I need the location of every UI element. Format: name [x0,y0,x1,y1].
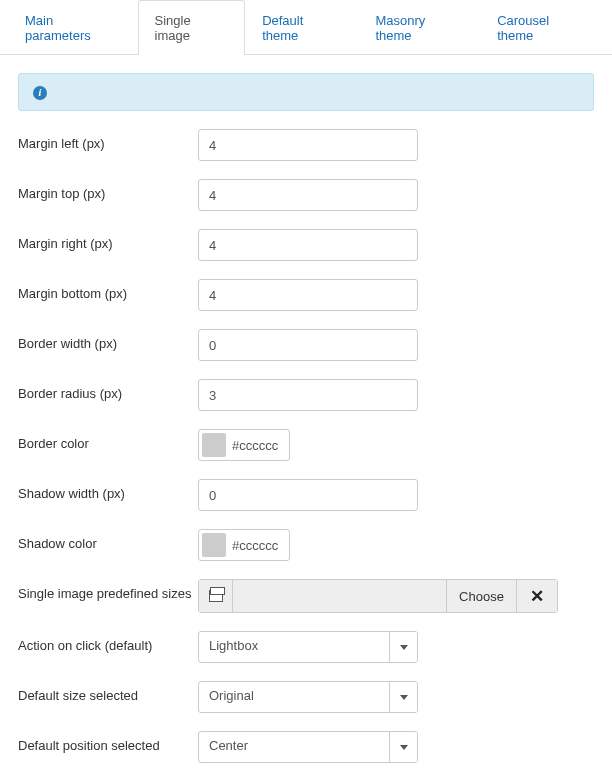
label-margin-top: Margin top (px) [18,179,198,201]
select-default-position[interactable]: Center [198,731,418,763]
image-file-icon [199,580,233,612]
chevron-down-icon [389,632,417,662]
chevron-down-icon [389,732,417,762]
label-shadow-width: Shadow width (px) [18,479,198,501]
label-border-radius: Border radius (px) [18,379,198,401]
clear-button[interactable]: ✕ [517,580,557,612]
label-margin-bottom: Margin bottom (px) [18,279,198,301]
shadow-color-value: #cccccc [232,538,286,553]
info-alert: i [18,73,594,111]
input-margin-right[interactable] [198,229,418,261]
shadow-color-swatch [202,533,226,557]
tab-single-image[interactable]: Single image [138,0,246,55]
tab-content: i Margin left (px) Margin top (px) Margi… [0,55,612,780]
input-margin-top[interactable] [198,179,418,211]
select-position-value: Center [199,732,389,762]
input-border-color[interactable]: #cccccc [198,429,290,461]
choose-button[interactable]: Choose [447,580,517,612]
select-action-on-click[interactable]: Lightbox [198,631,418,663]
label-predefined-sizes: Single image predefined sizes [18,579,198,601]
chevron-down-icon [389,682,417,712]
tabs-bar: Main parameters Single image Default the… [0,0,612,55]
label-shadow-color: Shadow color [18,529,198,551]
label-margin-right: Margin right (px) [18,229,198,251]
info-icon: i [33,86,47,100]
select-size-value: Original [199,682,389,712]
label-default-size: Default size selected [18,681,198,703]
close-icon: ✕ [530,586,544,607]
label-border-color: Border color [18,429,198,451]
border-color-value: #cccccc [232,438,286,453]
input-border-radius[interactable] [198,379,418,411]
file-display [233,580,447,612]
input-margin-left[interactable] [198,129,418,161]
input-border-width[interactable] [198,329,418,361]
input-shadow-width[interactable] [198,479,418,511]
tab-default-theme[interactable]: Default theme [245,0,358,55]
file-chooser-predefined-sizes: Choose ✕ [198,579,558,613]
select-action-value: Lightbox [199,632,389,662]
input-margin-bottom[interactable] [198,279,418,311]
label-border-width: Border width (px) [18,329,198,351]
input-shadow-color[interactable]: #cccccc [198,529,290,561]
select-default-size[interactable]: Original [198,681,418,713]
border-color-swatch [202,433,226,457]
label-margin-left: Margin left (px) [18,129,198,151]
tab-masonry-theme[interactable]: Masonry theme [358,0,480,55]
tab-main-parameters[interactable]: Main parameters [8,0,138,55]
tab-carousel-theme[interactable]: Carousel theme [480,0,604,55]
label-default-position: Default position selected [18,731,198,753]
label-action-on-click: Action on click (default) [18,631,198,653]
